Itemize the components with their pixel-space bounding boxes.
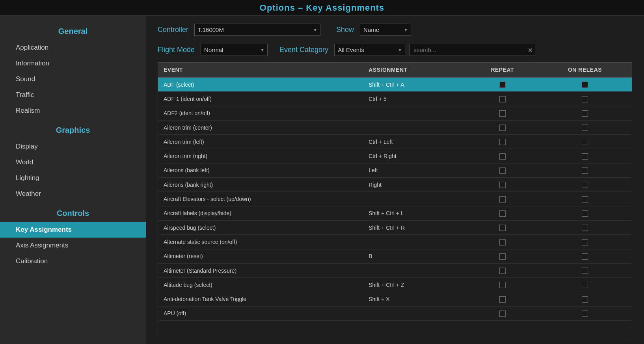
cell-repeat[interactable] [467,178,538,192]
cell-on-release[interactable] [538,278,632,292]
cell-repeat[interactable] [467,135,538,149]
on-release-checkbox[interactable] [582,311,588,317]
repeat-checkbox[interactable] [499,125,506,131]
sidebar-item-sound[interactable]: Sound [0,71,146,87]
on-release-checkbox[interactable] [582,153,588,160]
on-release-checkbox[interactable] [582,110,588,117]
controller-dropdown[interactable]: T.16000M [194,24,320,36]
table-row[interactable]: Aileron trim (left)Ctrl + Left [158,135,632,149]
sidebar-item-information[interactable]: Information [0,56,146,71]
repeat-checkbox[interactable] [499,239,506,245]
table-row[interactable]: Ailerons (bank right)Right [158,178,632,192]
cell-on-release[interactable] [538,163,632,177]
repeat-checkbox[interactable] [499,182,506,188]
on-release-checkbox[interactable] [582,125,588,131]
cell-repeat[interactable] [467,206,538,220]
cell-on-release[interactable] [538,206,632,220]
table-row[interactable]: APU (off) [158,306,632,320]
cell-on-release[interactable] [538,292,632,306]
cell-repeat[interactable] [467,92,538,106]
on-release-checkbox[interactable] [582,82,588,88]
table-row[interactable]: Aircraft labels (display/hide)Shift + Ct… [158,206,632,220]
repeat-checkbox[interactable] [499,311,506,317]
cell-repeat[interactable] [467,106,538,120]
cell-repeat[interactable] [467,235,538,249]
on-release-checkbox[interactable] [582,282,588,288]
search-clear-button[interactable]: ✕ [528,46,533,54]
sidebar-item-application[interactable]: Application [0,40,146,56]
repeat-checkbox[interactable] [499,196,506,203]
table-row[interactable]: Altimeter (Standard Pressure) [158,263,632,277]
on-release-checkbox[interactable] [582,296,588,303]
on-release-checkbox[interactable] [582,210,588,217]
on-release-checkbox[interactable] [582,196,588,203]
table-row[interactable]: Ailerons (bank left)Left [158,163,632,177]
cell-repeat[interactable] [467,120,538,134]
cell-repeat[interactable] [467,306,538,320]
sidebar-item-world[interactable]: World [0,154,146,170]
events-table-container[interactable]: EVENT ASSIGNMENT REPEAT ON RELEAS ADF (s… [158,62,632,340]
table-row[interactable]: Anti-detonation Tank Valve ToggleShift +… [158,292,632,306]
on-release-checkbox[interactable] [582,139,588,145]
cell-repeat[interactable] [467,220,538,234]
table-row[interactable]: ADF2 (ident on/off) [158,106,632,120]
sidebar-item-traffic[interactable]: Traffic [0,87,146,103]
table-row[interactable]: Altitude bug (select)Shift + Ctrl + Z [158,278,632,292]
cell-repeat[interactable] [467,292,538,306]
flight-mode-dropdown[interactable]: Normal [201,44,268,56]
repeat-checkbox[interactable] [499,210,506,217]
cell-on-release[interactable] [538,263,632,277]
sidebar-item-realism[interactable]: Realism [0,103,146,119]
cell-on-release[interactable] [538,220,632,234]
cell-on-release[interactable] [538,120,632,134]
cell-repeat[interactable] [467,163,538,177]
sidebar-item-calibration[interactable]: Calibration [0,253,146,269]
cell-on-release[interactable] [538,235,632,249]
on-release-checkbox[interactable] [582,253,588,260]
on-release-checkbox[interactable] [582,239,588,245]
repeat-checkbox[interactable] [499,225,506,231]
cell-on-release[interactable] [538,149,632,163]
cell-on-release[interactable] [538,106,632,120]
repeat-checkbox[interactable] [499,96,506,102]
repeat-checkbox[interactable] [499,139,506,145]
event-category-dropdown[interactable]: All Events [334,44,405,56]
show-dropdown[interactable]: Name [360,24,411,36]
cell-repeat[interactable] [467,192,538,206]
cell-on-release[interactable] [538,249,632,263]
cell-on-release[interactable] [538,178,632,192]
cell-repeat[interactable] [467,149,538,163]
table-row[interactable]: Aircraft Elevators - select (up/down) [158,192,632,206]
cell-on-release[interactable] [538,135,632,149]
sidebar-item-key-assignments[interactable]: Key Assignments [0,222,146,238]
table-row[interactable]: ADF (select)Shift + Ctrl + A [158,77,632,92]
cell-repeat[interactable] [467,249,538,263]
cell-on-release[interactable] [538,306,632,320]
on-release-checkbox[interactable] [582,96,588,102]
on-release-checkbox[interactable] [582,268,588,274]
repeat-checkbox[interactable] [499,253,506,260]
repeat-checkbox[interactable] [499,82,506,88]
cell-on-release[interactable] [538,77,632,92]
table-row[interactable]: Airspeed bug (select)Shift + Ctrl + R [158,220,632,234]
on-release-checkbox[interactable] [582,225,588,231]
repeat-checkbox[interactable] [499,153,506,160]
search-input[interactable] [409,44,535,56]
table-row[interactable]: Altimeter (reset)B [158,249,632,263]
on-release-checkbox[interactable] [582,182,588,188]
sidebar-item-axis-assignments[interactable]: Axis Assignments [0,238,146,253]
repeat-checkbox[interactable] [499,167,506,174]
on-release-checkbox[interactable] [582,167,588,174]
cell-on-release[interactable] [538,192,632,206]
cell-on-release[interactable] [538,92,632,106]
sidebar-item-lighting[interactable]: Lighting [0,170,146,186]
table-row[interactable]: Alternate static source (on/off) [158,235,632,249]
cell-repeat[interactable] [467,263,538,277]
sidebar-item-weather[interactable]: Weather [0,186,146,202]
repeat-checkbox[interactable] [499,110,506,117]
table-row[interactable]: Aileron trim (center) [158,120,632,134]
repeat-checkbox[interactable] [499,296,506,303]
table-row[interactable]: Aileron trim (right)Ctrl + Right [158,149,632,163]
table-row[interactable]: ADF 1 (ident on/off)Ctrl + 5 [158,92,632,106]
cell-repeat[interactable] [467,77,538,92]
